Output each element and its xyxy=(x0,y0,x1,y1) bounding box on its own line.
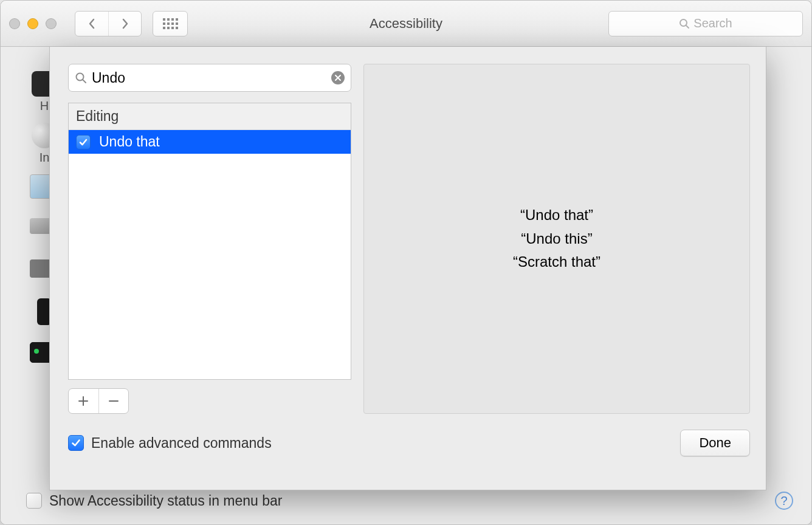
search-icon xyxy=(75,72,87,84)
minus-icon xyxy=(108,396,119,407)
enable-advanced-label: Enable advanced commands xyxy=(91,435,272,451)
chevron-left-icon xyxy=(88,18,96,29)
content-area: H In xyxy=(1,47,811,524)
list-item-label: Undo that xyxy=(99,134,160,150)
nav-buttons-group xyxy=(75,11,142,36)
help-button[interactable]: ? xyxy=(775,492,793,510)
done-button[interactable]: Done xyxy=(680,430,750,456)
zoom-window-button[interactable] xyxy=(46,18,57,29)
clear-search-button[interactable] xyxy=(331,71,345,84)
show-all-prefs-button[interactable] xyxy=(153,11,188,36)
search-icon xyxy=(679,18,690,29)
accessibility-window: Accessibility Search H In xyxy=(0,0,812,525)
command-preview-panel: “Undo that” “Undo this” “Scratch that” xyxy=(363,64,750,414)
show-status-label: Show Accessibility status in menu bar xyxy=(49,493,283,509)
toolbar-search-field[interactable]: Search xyxy=(608,11,803,36)
forward-button[interactable] xyxy=(108,12,141,36)
add-command-button[interactable] xyxy=(69,389,98,413)
list-item-undo-that[interactable]: Undo that xyxy=(69,130,351,154)
commands-sheet: Editing Undo that xyxy=(49,47,766,490)
show-status-option[interactable]: Show Accessibility status in menu bar xyxy=(26,493,283,509)
sidebar-section-interacting-initial: In xyxy=(40,151,50,165)
svg-point-2 xyxy=(77,74,84,81)
commands-search-input[interactable] xyxy=(87,70,331,86)
grid-icon xyxy=(163,18,178,29)
commands-search-field[interactable] xyxy=(68,64,351,92)
svg-line-1 xyxy=(686,26,689,28)
list-item-checkbox[interactable] xyxy=(76,135,91,149)
phrase-line: “Undo that” xyxy=(513,204,600,227)
show-status-checkbox[interactable] xyxy=(26,493,42,509)
check-icon xyxy=(71,437,81,448)
check-icon xyxy=(78,137,88,147)
close-window-button[interactable] xyxy=(9,18,20,29)
enable-advanced-checkbox[interactable] xyxy=(68,435,84,451)
sidebar-section-hearing-initial: H xyxy=(40,99,49,113)
chevron-right-icon xyxy=(121,18,129,29)
list-section-header: Editing xyxy=(69,103,351,130)
add-remove-buttons xyxy=(68,388,129,414)
toolbar-search-placeholder: Search xyxy=(693,16,732,30)
x-icon xyxy=(334,74,342,81)
minimize-window-button[interactable] xyxy=(27,18,38,29)
titlebar: Accessibility Search xyxy=(1,1,811,47)
footer-row: Show Accessibility status in menu bar ? xyxy=(26,492,793,510)
back-button[interactable] xyxy=(75,12,108,36)
enable-advanced-commands-option[interactable]: Enable advanced commands xyxy=(68,435,272,451)
question-mark-icon: ? xyxy=(780,494,787,508)
window-traffic-lights xyxy=(9,18,57,29)
remove-command-button[interactable] xyxy=(98,389,129,413)
commands-list[interactable]: Editing Undo that xyxy=(68,103,351,380)
phrase-line: “Scratch that” xyxy=(513,250,600,273)
plus-icon xyxy=(78,396,89,407)
command-phrases: “Undo that” “Undo this” “Scratch that” xyxy=(513,204,600,273)
phrase-line: “Undo this” xyxy=(513,227,600,250)
svg-line-3 xyxy=(83,80,86,83)
